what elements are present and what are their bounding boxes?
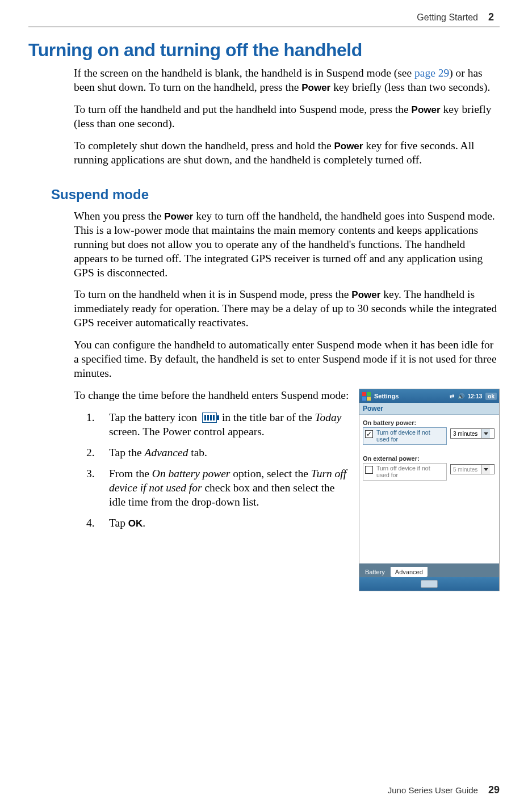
header-section: Getting Started <box>417 12 478 23</box>
steps-list: Tap the battery icon in the title bar of… <box>86 411 351 531</box>
tab-battery[interactable]: Battery <box>361 567 389 577</box>
text: Tap the battery icon <box>109 411 200 423</box>
step-1: Tap the battery icon in the title bar of… <box>86 411 351 439</box>
header-chapter: 2 <box>488 11 494 23</box>
power-key: Power <box>301 82 330 93</box>
external-dropdown: 5 minutes <box>450 464 495 474</box>
power-key: Power <box>334 141 363 152</box>
on-battery-label: On battery power <box>152 468 231 479</box>
step-3: From the On battery power option, select… <box>86 467 351 510</box>
footer-guide: Juno Series User Guide <box>388 785 478 795</box>
power-key: Power <box>351 289 380 300</box>
external-row-text: Turn off device if not used for <box>376 465 445 478</box>
chevron-down-icon <box>481 465 490 474</box>
text: tab. <box>188 447 207 458</box>
battery-icon <box>202 413 217 423</box>
battery-row[interactable]: ✓ Turn off device if not used for <box>363 427 447 445</box>
group-external: On external power: Turn off device if no… <box>363 455 496 481</box>
group-external-label: On external power: <box>363 455 496 462</box>
step-2: Tap the Advanced tab. <box>86 446 351 460</box>
battery-checkbox[interactable]: ✓ <box>365 430 373 438</box>
steps-column: To change the time before the handheld e… <box>74 389 351 537</box>
signal-icon: ⇄ <box>450 393 454 399</box>
text: in the title bar of the <box>219 411 315 423</box>
text: From the <box>109 468 152 479</box>
header-rule <box>28 27 500 27</box>
figure-power-settings: Settings ⇄ 🔊 12:13 ok Power On battery p… <box>359 389 500 591</box>
text: To turn off the handheld and put the han… <box>74 103 412 115</box>
text: To turn on the handheld when it is in Su… <box>74 288 351 300</box>
chevron-down-icon <box>481 429 490 438</box>
footer-page: 29 <box>488 784 500 796</box>
external-dd-value: 5 minutes <box>451 466 481 473</box>
text: Tap the <box>109 447 145 458</box>
page-link[interactable]: page 29 <box>414 67 449 79</box>
page-title: Turning on and turning off the handheld <box>28 40 500 61</box>
paragraph-4: When you press the Power key to turn off… <box>74 209 500 280</box>
page-header: Getting Started 2 <box>28 11 500 23</box>
clock: 12:13 <box>468 393 483 399</box>
figure-body: On battery power: ✓ Turn off device if n… <box>359 415 499 563</box>
steps-figure-row: To change the time before the handheld e… <box>74 389 500 591</box>
text: screen. The Power control appears. <box>109 426 265 437</box>
paragraph-3: To completely shut down the handheld, pr… <box>74 139 500 167</box>
subheading-suspend: Suspend mode <box>51 187 500 203</box>
keyboard-icon[interactable] <box>421 580 438 588</box>
power-key: Power <box>164 211 193 222</box>
paragraph-7: To change the time before the handheld e… <box>74 389 351 403</box>
paragraph-2: To turn off the handheld and put the han… <box>74 103 500 131</box>
body-content: If the screen on the handheld is blank, … <box>74 66 500 167</box>
figure-bottombar <box>359 577 499 591</box>
figure-tabs: Battery Advanced <box>359 563 499 577</box>
text: To completely shut down the handheld, pr… <box>74 140 334 152</box>
group-battery-label: On battery power: <box>363 419 496 426</box>
ok-button[interactable]: ok <box>485 393 497 400</box>
battery-dropdown[interactable]: 3 minutes <box>450 428 495 439</box>
figure-subtitle: Power <box>359 403 499 415</box>
text: When you press the <box>74 210 164 222</box>
text: key briefly (less than two seconds). <box>330 81 490 93</box>
external-row[interactable]: Turn off device if not used for <box>363 463 447 481</box>
volume-icon: 🔊 <box>458 393 464 399</box>
paragraph-6: You can configure the handheld to automa… <box>74 338 500 381</box>
external-checkbox[interactable] <box>365 466 373 474</box>
tab-advanced[interactable]: Advanced <box>391 567 428 577</box>
battery-dd-value: 3 minutes <box>451 431 481 437</box>
ok-label: OK <box>128 518 143 529</box>
suspend-content: When you press the Power key to turn off… <box>74 209 500 591</box>
paragraph-5: To turn on the handheld when it is in Su… <box>74 288 500 330</box>
page-footer: Juno Series User Guide 29 <box>388 784 500 796</box>
text: Tap <box>109 517 128 529</box>
text: If the screen on the handheld is blank, … <box>74 67 414 79</box>
advanced-label: Advanced <box>145 447 188 458</box>
figure-titlebar: Settings ⇄ 🔊 12:13 ok <box>359 389 499 403</box>
text: option, select the <box>230 468 311 479</box>
battery-row-text: Turn off device if not used for <box>376 430 445 443</box>
figure-title: Settings <box>374 393 399 399</box>
text: . <box>143 517 145 529</box>
today-label: Today <box>315 411 341 423</box>
group-battery: On battery power: ✓ Turn off device if n… <box>363 419 496 445</box>
power-key: Power <box>412 104 441 115</box>
step-4: Tap OK. <box>86 516 351 531</box>
paragraph-1: If the screen on the handheld is blank, … <box>74 66 500 95</box>
windows-logo-icon <box>362 392 371 401</box>
